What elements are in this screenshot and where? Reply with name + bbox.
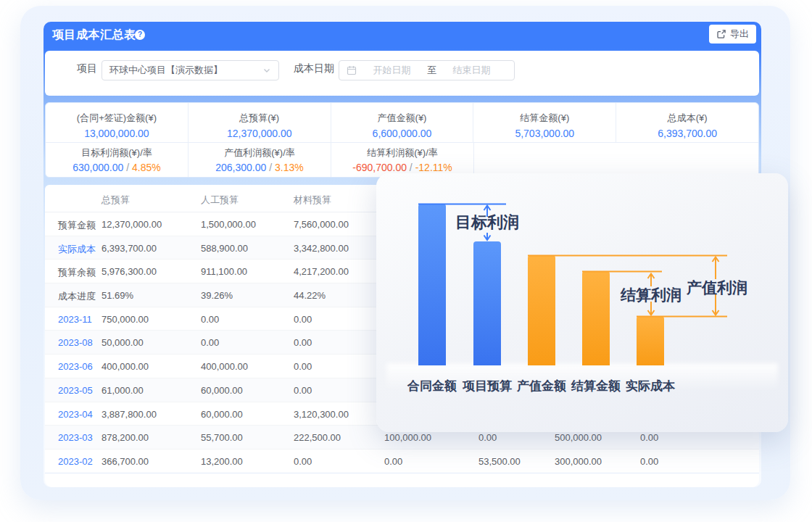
table-cell: 0.00 [294,361,312,372]
table-row: 2023-02366,700.0013,200.000.000.0053,500… [45,450,759,473]
annotation-target-profit-label: 目标利润 [455,212,519,233]
table-cell: 3,887,800.00 [102,409,157,420]
summary-row-2: 目标利润额(¥)/率 630,000.00 / 4.85%产值利润额(¥)/率 … [46,143,758,177]
table-cell: 53,500.00 [478,456,521,467]
summary-card-label: 总预算(¥) [188,112,331,125]
cost-date-label: 成本日期 [294,62,334,75]
export-icon [716,29,726,39]
date-range-input[interactable]: 开始日期 至 结束日期 [339,60,515,80]
table-cell: 0.00 [201,337,219,348]
chevron-down-icon [262,66,271,75]
chart-axis-label: 实际成本 [616,378,685,394]
table-cell: 400,000.00 [102,361,149,372]
table-cell: 39.26% [201,290,233,301]
summary-cards: (合同+签证)金额(¥) 13,000,000.00总预算(¥) 12,370,… [45,102,759,178]
summary-card-value: 630,000.00 / 4.85% [46,162,188,173]
row-label[interactable]: 2023-04 [58,409,93,420]
table-cell: 100,000.00 [384,432,431,443]
summary-card-label: 产值利润额(¥)/率 [188,146,331,160]
table-cell: 0.00 [384,456,402,467]
row-label[interactable]: 2023-06 [58,361,93,372]
page-title: 项目成本汇总表 [52,28,136,43]
help-icon[interactable]: ? [135,30,145,40]
row-label[interactable]: 2023-05 [58,385,93,396]
table-cell: 61,000.00 [102,385,144,396]
summary-card-value: 6,600,000.00 [331,128,473,139]
row-label[interactable]: 2023-11 [58,314,92,325]
profit-chart-card: 目标利润 结算利润 产值利润 合同金额项目预算产值金额结算金额实际成本 [376,173,788,432]
table-cell: 13,200.00 [201,456,243,467]
table-cell: 500,000.00 [555,432,602,443]
summary-card: 总成本(¥) 6,393,700.00 [616,103,758,142]
summary-card-value: 206,300.00 / 3.13% [188,162,331,173]
start-date-placeholder: 开始日期 [357,64,427,77]
summary-card-value: -690,700.00 / -12.11% [331,162,473,173]
summary-card: 结算金额(¥) 5,703,000.00 [473,103,616,142]
end-date-placeholder: 结束日期 [436,64,507,77]
row-label[interactable]: 2023-02 [58,456,93,467]
project-label: 项目 [77,62,97,75]
summary-card: 产值金额(¥) 6,600,000.00 [331,103,474,142]
table-cell: 0.00 [294,337,312,348]
table-cell: 51.69% [102,290,133,301]
table-cell: 878,200.00 [102,432,149,443]
row-label: 成本进度 [58,290,96,303]
table-cell: 911,100.00 [201,266,247,277]
project-select[interactable]: 环球中心项目【演示数据】 [102,60,279,80]
table-cell: 6,393,700.00 [102,243,157,254]
table-cell: 0.00 [640,456,658,467]
table-cell: 12,370,000.00 [102,219,162,230]
table-cell: 3,120,300.00 [294,409,349,420]
table-cell: 1,500,000.00 [201,219,256,230]
table-cell: 5,976,300.00 [102,266,157,277]
table-cell: 750,000.00 [102,314,149,325]
table-cell: 55,700.00 [201,432,243,443]
column-header: 人工预算 [201,194,239,207]
calendar-icon [347,65,357,75]
summary-card-value: 13,000,000.00 [46,128,188,139]
summary-profit-card: 结算利润额(¥)/率 -690,700.00 / -12.11% [331,143,474,177]
table-cell: 7,560,000.00 [294,219,349,230]
project-select-value: 环球中心项目【演示数据】 [109,64,262,77]
filter-bar: 项目 环球中心项目【演示数据】 成本日期 开始日期 至 结束日期 [45,51,759,96]
summary-card-label: (合同+签证)金额(¥) [46,112,188,125]
table-cell: 300,000.00 [555,456,602,467]
table-cell: 60,000.00 [201,409,243,420]
summary-card-value: 5,703,000.00 [473,128,616,139]
table-cell: 0.00 [294,385,312,396]
summary-card-label: 结算金额(¥) [473,112,616,125]
date-to-label: 至 [427,64,436,77]
table-cell: 366,700.00 [102,456,149,467]
table-cell: 0.00 [294,314,312,325]
table-cell: 222,500.00 [294,432,341,443]
summary-empty-cell [616,143,758,177]
summary-profit-card: 目标利润额(¥)/率 630,000.00 / 4.85% [46,143,188,177]
summary-card-label: 目标利润额(¥)/率 [46,146,188,160]
summary-card: 总预算(¥) 12,370,000.00 [188,103,331,142]
table-cell: 0.00 [478,432,497,443]
table-cell: 50,000.00 [102,337,144,348]
row-label: 预算金额 [58,219,96,232]
table-cell: 44.22% [294,290,326,301]
summary-card-value: 6,393,700.00 [616,128,758,139]
table-cell: 0.00 [640,432,658,443]
row-label[interactable]: 2023-08 [58,337,93,348]
panel-header: 项目成本汇总表 ? 导出 [44,22,761,48]
row-label[interactable]: 实际成本 [58,243,96,256]
table-cell: 0.00 [201,314,219,325]
table-cell: 0.00 [294,456,312,467]
summary-card-label: 产值金额(¥) [331,112,473,125]
summary-empty-cell [474,143,616,177]
column-header: 材料预算 [294,194,331,207]
export-label: 导出 [730,28,749,41]
summary-card-label: 总成本(¥) [616,112,758,125]
table-cell: 400,000.00 [201,361,248,372]
summary-profit-card: 产值利润额(¥)/率 206,300.00 / 3.13% [188,143,331,177]
row-label[interactable]: 2023-03 [58,432,93,443]
summary-row-1: (合同+签证)金额(¥) 13,000,000.00总预算(¥) 12,370,… [46,103,758,143]
row-label: 预算余额 [58,266,96,279]
table-cell: 588,900.00 [201,243,248,254]
annotation-settlement-profit-label: 结算利润 [621,285,682,305]
export-button[interactable]: 导出 [709,25,756,44]
summary-card: (合同+签证)金额(¥) 13,000,000.00 [46,103,188,142]
